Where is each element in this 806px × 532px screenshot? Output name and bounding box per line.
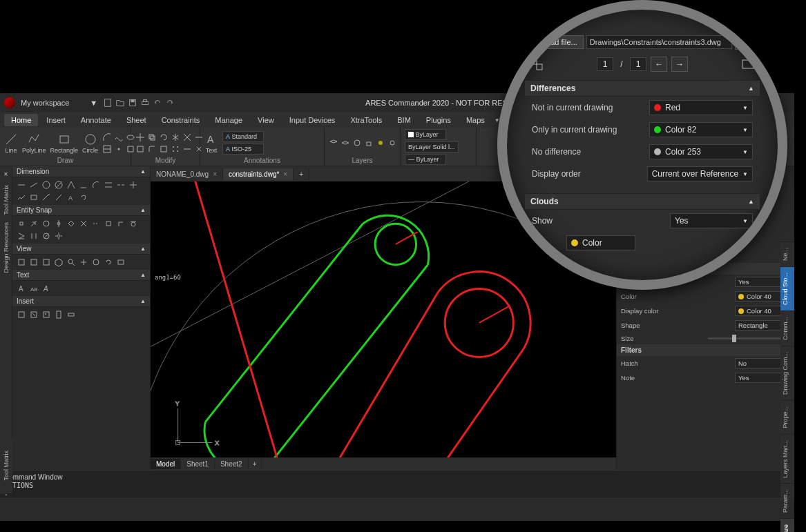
tab-bim[interactable]: BIM [390, 114, 418, 126]
help-button[interactable]: ? [735, 35, 749, 50]
text-style-icon[interactable]: A [41, 284, 51, 293]
tool-polyline[interactable]: PolyLine [22, 132, 46, 154]
workspace-dropdown[interactable]: My workspace ▼ [21, 99, 97, 107]
tab-constraints[interactable]: Constraints [155, 114, 207, 126]
extend-icon[interactable] [194, 132, 204, 142]
dim-angular-icon[interactable] [66, 180, 76, 190]
collapse-icon[interactable]: ▲ [140, 207, 146, 213]
text-multi-icon[interactable]: AB [29, 284, 39, 293]
snap-node-icon[interactable] [54, 219, 64, 228]
snap-midpoint-icon[interactable] [29, 219, 39, 228]
dim-arc-icon[interactable] [91, 180, 101, 190]
rtab-properties[interactable]: Prope... [780, 400, 794, 434]
undo-icon[interactable] [153, 98, 162, 108]
tab-manage[interactable]: Manage [208, 114, 249, 126]
tab-annotate[interactable]: Annotate [74, 114, 118, 126]
snap-none-icon[interactable] [41, 231, 51, 241]
snap-center-icon[interactable] [41, 219, 51, 228]
section-differences[interactable]: Differences▲ [525, 80, 760, 97]
layer-off-icon[interactable] [387, 138, 397, 148]
view-top-icon[interactable] [17, 257, 26, 267]
dim-ordinate-icon[interactable] [79, 180, 88, 190]
open-icon[interactable] [115, 98, 125, 108]
dim-continue-icon[interactable] [116, 180, 126, 190]
tab-input-devices[interactable]: Input Devices [282, 114, 343, 126]
dropdown-display-order[interactable]: Current over Reference▼ [647, 166, 753, 181]
layer-manager-icon[interactable] [329, 138, 338, 148]
combo-color[interactable]: ByLayer [405, 129, 446, 140]
snap-perpendicular-icon[interactable] [116, 219, 126, 228]
tab-model[interactable]: Model [151, 459, 181, 469]
layer-freeze-icon[interactable] [352, 138, 362, 148]
doctab-add[interactable]: + [294, 168, 309, 180]
arc-icon[interactable] [102, 132, 112, 142]
view-pan-icon[interactable] [79, 257, 88, 267]
tab-home[interactable]: Home [4, 114, 38, 126]
collapse-icon[interactable]: ▲ [140, 168, 146, 175]
dim-aligned-icon[interactable] [29, 180, 39, 190]
tab-xtratools[interactable]: XtraTools [343, 114, 389, 126]
spline-icon[interactable] [114, 132, 124, 142]
tab-maps[interactable]: Maps [459, 114, 492, 126]
trim-icon[interactable] [182, 132, 192, 142]
rtab-drawing-compare-short[interactable]: Drawing Com... [780, 346, 794, 400]
view-side-icon[interactable] [41, 257, 51, 267]
close-icon[interactable]: × [213, 170, 217, 178]
collapse-icon[interactable]: ▲ [140, 298, 146, 304]
view-front-icon[interactable] [29, 257, 39, 267]
view-orbit-icon[interactable] [91, 257, 101, 267]
combo-dimstyle[interactable]: A ISO-25 [222, 144, 264, 155]
vert-tab-design-resources[interactable]: Design Resources [3, 222, 10, 273]
tab-insert[interactable]: Insert [39, 114, 73, 126]
new-icon[interactable] [103, 98, 113, 108]
dim-style-icon[interactable]: A [66, 193, 76, 202]
tab-add-sheet[interactable]: + [249, 459, 262, 469]
doctab-constraints[interactable]: constraints.dwg*× [223, 168, 294, 180]
combo-textstyle[interactable]: A Standard [222, 131, 264, 142]
tool-circle[interactable]: Circle [82, 132, 98, 154]
tab-sheet2[interactable]: Sheet2 [215, 459, 249, 469]
ellipse-icon[interactable] [126, 132, 135, 142]
insert-xref-icon[interactable] [29, 310, 39, 319]
dropdown-not-in-current[interactable]: Red▼ [649, 100, 753, 115]
view-regen-icon[interactable] [104, 257, 113, 267]
tab-view[interactable]: View [251, 114, 281, 126]
point-icon[interactable] [114, 144, 124, 154]
snap-nearest-icon[interactable] [17, 231, 26, 241]
rtab-drawing-compare[interactable]: Drawing Compare [780, 518, 794, 532]
snap-tangent-icon[interactable] [128, 219, 138, 228]
prev-diff-button[interactable]: ← [651, 57, 667, 72]
snap-insertion-icon[interactable] [104, 219, 113, 228]
view-named-icon[interactable] [116, 257, 126, 267]
vert-tab-tool-matrix-bottom[interactable]: Tool Matrix [3, 451, 10, 481]
slider-size[interactable] [708, 337, 791, 339]
rotate-icon[interactable] [159, 132, 169, 142]
rtab-comments[interactable]: Comm... [780, 311, 794, 346]
dim-center-icon[interactable] [128, 180, 138, 190]
tab-plugins[interactable]: Plugins [419, 114, 458, 126]
tool-text[interactable]: AText [204, 132, 218, 154]
insert-image-icon[interactable] [41, 310, 51, 319]
dim-oblique-icon[interactable] [54, 193, 64, 202]
insert-field-icon[interactable] [66, 310, 76, 319]
hatch-icon[interactable] [102, 144, 112, 154]
vert-tab-tool-matrix[interactable]: Tool Matrix [3, 185, 10, 215]
dim-radius-icon[interactable] [41, 180, 51, 190]
section-filters[interactable]: Filters▲ [617, 344, 794, 356]
section-clouds-lens[interactable]: Clouds▲ [525, 193, 760, 210]
dim-leader-icon[interactable] [41, 193, 51, 202]
move-icon[interactable] [135, 132, 145, 142]
view-zoom-icon[interactable] [66, 257, 76, 267]
snap-quadrant-icon[interactable] [66, 219, 76, 228]
dim-update-icon[interactable] [79, 193, 88, 202]
snap-parallel-icon[interactable] [29, 231, 39, 241]
close-icon[interactable]: × [4, 170, 8, 178]
layer-lock-icon[interactable] [364, 138, 374, 148]
layer-on-icon[interactable] [376, 138, 385, 148]
insert-block-icon[interactable] [17, 310, 26, 319]
viewport-icon[interactable] [740, 57, 756, 72]
tab-sheet1[interactable]: Sheet1 [181, 459, 215, 469]
dim-diameter-icon[interactable] [54, 180, 64, 190]
collapse-icon[interactable]: ▲ [140, 246, 146, 252]
dropdown-clouds-show[interactable]: Yes▼ [670, 213, 753, 228]
